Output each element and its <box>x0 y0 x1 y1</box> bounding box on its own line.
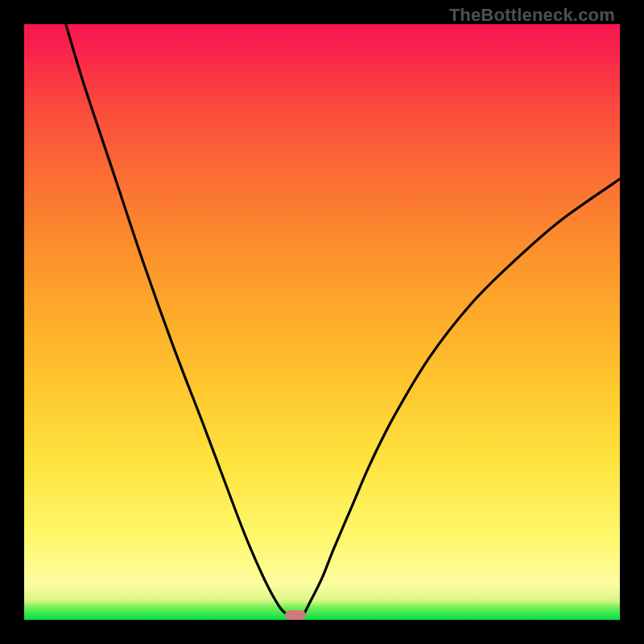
curve-right-branch <box>304 179 620 613</box>
bottleneck-curve <box>24 24 620 620</box>
watermark-text: TheBottleneck.com <box>449 5 615 26</box>
curve-left-branch <box>66 24 287 614</box>
optimal-point-marker <box>285 610 306 620</box>
plot-frame <box>24 24 620 620</box>
